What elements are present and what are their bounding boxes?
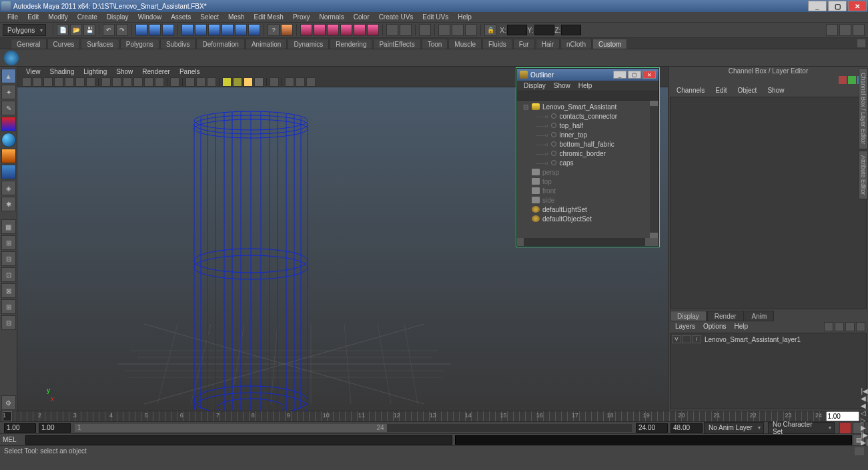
step-forward-button[interactable]: ▶ — [861, 424, 868, 431]
layer-btn-d[interactable] — [856, 322, 865, 331]
menu-modify[interactable]: Modify — [43, 13, 72, 21]
range-end-inner-field[interactable] — [636, 423, 668, 433]
scale-tool[interactable] — [1, 149, 16, 163]
vp-menu-panels[interactable]: Panels — [175, 68, 205, 75]
layer-menu-layers[interactable]: Layers — [671, 323, 699, 330]
vp-textured-button[interactable] — [123, 77, 132, 87]
shelf-tab-ncloth[interactable]: nCloth — [560, 39, 592, 49]
select-by-component-button[interactable] — [162, 24, 174, 36]
vp-misc-button[interactable] — [207, 77, 216, 87]
outliner-menu-display[interactable]: Display — [520, 82, 550, 89]
single-perspective-button[interactable]: ▦ — [1, 219, 16, 234]
select-by-object-button[interactable] — [149, 24, 161, 36]
z-field[interactable] — [561, 25, 581, 35]
input-box-b-button[interactable] — [400, 24, 412, 36]
shelf-tab-animation[interactable]: Animation — [246, 39, 287, 49]
render-view-button[interactable] — [340, 24, 352, 36]
vp-isolate-button[interactable] — [170, 77, 179, 87]
maximize-button[interactable]: ▢ — [828, 1, 847, 11]
render-globals-button[interactable] — [354, 24, 366, 36]
layout-e-button[interactable]: ⊞ — [1, 299, 16, 314]
range-start-inner-field[interactable] — [39, 423, 71, 433]
outliner-item[interactable]: persp — [517, 167, 659, 177]
layer-btn-b[interactable] — [835, 322, 844, 331]
vp-light-c-button[interactable] — [244, 77, 253, 87]
vp-camera-button[interactable] — [22, 77, 31, 87]
shelf-tab-subdivs[interactable]: Subdivs — [160, 39, 196, 49]
menu-window[interactable]: Window — [133, 13, 167, 21]
outliner-item[interactable]: ——obottom_half_fabric — [517, 139, 659, 149]
paint-select-tool[interactable]: ✎ — [1, 101, 16, 115]
shelf-tab-surfaces[interactable]: Surfaces — [81, 39, 119, 49]
render-frame-button[interactable] — [300, 24, 312, 36]
range-end-outer-field[interactable] — [671, 423, 703, 433]
menu-edit[interactable]: Edit — [23, 13, 43, 21]
play-forward-button[interactable]: ▷ — [861, 417, 868, 424]
menu-edit-mesh[interactable]: Edit Mesh — [249, 13, 288, 21]
character-set-dropdown[interactable]: No Character Set — [768, 422, 835, 434]
range-slider-track[interactable]: 1 24 — [75, 424, 632, 432]
vp-shaded-button[interactable] — [112, 77, 121, 87]
step-back-button[interactable]: ◀ — [861, 402, 868, 409]
toggle-c-button[interactable] — [853, 24, 865, 36]
outliner-menu-show[interactable]: Show — [550, 82, 574, 89]
snap-grid-button[interactable] — [181, 24, 193, 36]
outliner-filter-field[interactable] — [517, 91, 659, 101]
shelf-tab-general[interactable]: General — [11, 39, 47, 49]
shelf-tab-curves[interactable]: Curves — [47, 39, 81, 49]
layer-btn-a[interactable] — [824, 322, 833, 331]
construction-history-button[interactable] — [281, 24, 293, 36]
persp-graph-button[interactable]: ⊠ — [1, 283, 16, 298]
lock-icon[interactable]: 🔒 — [484, 24, 496, 36]
shelf-tab-fluids[interactable]: Fluids — [482, 39, 512, 49]
menu-select[interactable]: Select — [195, 13, 224, 21]
vp-image-plane-button[interactable] — [43, 77, 53, 87]
layer-type-cell[interactable] — [682, 335, 691, 343]
vp-light-b-button[interactable] — [233, 77, 242, 87]
outliner-vscroll[interactable] — [650, 101, 658, 238]
vp-renderer-a-button[interactable] — [270, 77, 279, 87]
persp-outliner-button[interactable]: ⊟ — [1, 251, 16, 266]
layer-visibility-cell[interactable]: V — [672, 335, 681, 343]
cb-show[interactable]: Show — [762, 87, 789, 94]
tool-settings-button[interactable]: ⚙ — [1, 395, 16, 410]
outliner-close-button[interactable]: ✕ — [642, 71, 656, 79]
vp-menu-lighting[interactable]: Lighting — [79, 68, 111, 75]
snap-live-button[interactable] — [235, 24, 247, 36]
vp-menu-shading[interactable]: Shading — [45, 68, 79, 75]
misc-b-button[interactable] — [452, 24, 464, 36]
time-slider[interactable]: 1 2 3 4 5 6 7 8 9 10 11 12 13 14 15 16 1… — [0, 411, 868, 421]
layer-row[interactable]: V / Lenovo_Smart_Assistant_layer1 — [672, 335, 865, 344]
layer-btn-c[interactable] — [845, 322, 855, 331]
layer-ref-cell[interactable]: / — [692, 335, 701, 343]
shelf-custom-button[interactable] — [4, 51, 19, 65]
toggle-b-button[interactable] — [839, 24, 851, 36]
outliner-item[interactable]: ——oinner_top — [517, 130, 659, 139]
layout-button[interactable] — [419, 24, 431, 36]
undo-button[interactable]: ↶ — [103, 24, 115, 36]
outliner-hscroll[interactable] — [517, 238, 659, 246]
shelf-tab-custom[interactable]: Custom — [592, 39, 627, 49]
new-scene-button[interactable]: 📄 — [57, 24, 69, 36]
menu-normals[interactable]: Normals — [315, 13, 349, 21]
menu-display[interactable]: Display — [102, 13, 133, 21]
four-view-button[interactable]: ⊞ — [1, 235, 16, 250]
outliner-titlebar[interactable]: Outliner _ ▢ ✕ — [517, 69, 659, 81]
vp-menu-renderer[interactable]: Renderer — [137, 68, 175, 75]
layer-menu-options[interactable]: Options — [699, 323, 730, 330]
open-scene-button[interactable]: 📂 — [70, 24, 82, 36]
go-end-button[interactable]: ▶| — [861, 439, 868, 446]
move-tool[interactable] — [1, 117, 16, 131]
vp-film-gate-button[interactable] — [65, 77, 74, 87]
outliner-item[interactable]: ——ocaps — [517, 158, 659, 167]
step-forward-key-button[interactable]: |▶ — [861, 431, 868, 439]
help-icon[interactable]: ? — [268, 24, 280, 36]
vp-panel-a-button[interactable] — [285, 77, 294, 87]
channel-icon-b[interactable] — [848, 76, 856, 84]
mode-dropdown[interactable]: Polygons — [3, 24, 46, 36]
select-tool[interactable]: ▲ — [1, 69, 16, 83]
snap-curve-button[interactable] — [195, 24, 207, 36]
menu-color[interactable]: Color — [349, 13, 374, 21]
vp-light-d-button[interactable] — [254, 77, 264, 87]
hypershade-button[interactable]: ⊡ — [1, 267, 16, 282]
